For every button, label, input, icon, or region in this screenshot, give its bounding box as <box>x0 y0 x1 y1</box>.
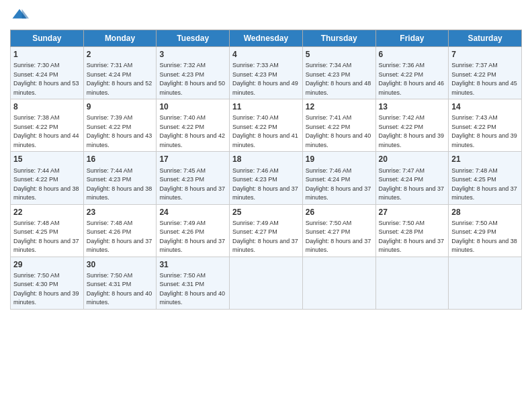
calendar-cell: 8Sunrise: 7:38 AMSunset: 4:22 PMDaylight… <box>11 99 84 152</box>
day-number: 15 <box>13 154 81 165</box>
day-number: 23 <box>87 207 154 218</box>
calendar-header-thursday: Thursday <box>302 30 375 47</box>
day-number: 31 <box>159 259 226 270</box>
day-number: 13 <box>379 101 446 112</box>
svg-marker-2 <box>22 9 30 19</box>
logo <box>10 7 32 26</box>
day-number: 12 <box>306 101 373 112</box>
day-number: 6 <box>379 49 446 60</box>
calendar-week-row: 22Sunrise: 7:48 AMSunset: 4:25 PMDayligh… <box>11 204 522 257</box>
day-detail: Sunrise: 7:36 AMSunset: 4:22 PMDaylight:… <box>379 62 445 96</box>
day-number: 18 <box>232 154 300 165</box>
calendar-cell: 19Sunrise: 7:46 AMSunset: 4:24 PMDayligh… <box>302 152 375 204</box>
day-number: 22 <box>13 207 81 218</box>
calendar-cell: 15Sunrise: 7:44 AMSunset: 4:22 PMDayligh… <box>11 152 84 204</box>
calendar-cell <box>449 257 522 309</box>
day-detail: Sunrise: 7:48 AMSunset: 4:25 PMDaylight:… <box>13 220 79 254</box>
day-detail: Sunrise: 7:46 AMSunset: 4:23 PMDaylight:… <box>232 167 298 201</box>
calendar-week-row: 29Sunrise: 7:50 AMSunset: 4:30 PMDayligh… <box>11 257 522 309</box>
calendar-cell: 25Sunrise: 7:49 AMSunset: 4:27 PMDayligh… <box>230 204 303 257</box>
day-number: 8 <box>13 101 81 112</box>
day-detail: Sunrise: 7:49 AMSunset: 4:26 PMDaylight:… <box>159 220 225 254</box>
calendar-cell: 29Sunrise: 7:50 AMSunset: 4:30 PMDayligh… <box>11 257 84 309</box>
calendar-cell: 4Sunrise: 7:33 AMSunset: 4:23 PMDaylight… <box>230 47 303 99</box>
day-number: 28 <box>451 207 519 218</box>
calendar-header-row: SundayMondayTuesdayWednesdayThursdayFrid… <box>11 30 522 47</box>
calendar-cell: 7Sunrise: 7:37 AMSunset: 4:22 PMDaylight… <box>449 47 522 99</box>
calendar-cell: 6Sunrise: 7:36 AMSunset: 4:22 PMDaylight… <box>375 47 449 99</box>
calendar-table: SundayMondayTuesdayWednesdayThursdayFrid… <box>10 30 522 310</box>
calendar-cell: 13Sunrise: 7:42 AMSunset: 4:22 PMDayligh… <box>375 99 449 152</box>
day-number: 9 <box>87 101 154 112</box>
calendar-cell: 23Sunrise: 7:48 AMSunset: 4:26 PMDayligh… <box>83 204 157 257</box>
day-detail: Sunrise: 7:31 AMSunset: 4:24 PMDaylight:… <box>87 62 152 96</box>
day-number: 21 <box>451 154 519 165</box>
day-number: 26 <box>306 207 373 218</box>
day-detail: Sunrise: 7:39 AMSunset: 4:22 PMDaylight:… <box>87 114 152 148</box>
day-detail: Sunrise: 7:45 AMSunset: 4:23 PMDaylight:… <box>159 167 225 201</box>
calendar-header-friday: Friday <box>375 30 449 47</box>
day-detail: Sunrise: 7:43 AMSunset: 4:22 PMDaylight:… <box>451 114 517 148</box>
day-number: 30 <box>87 259 154 270</box>
calendar-cell: 17Sunrise: 7:45 AMSunset: 4:23 PMDayligh… <box>157 152 230 204</box>
day-number: 10 <box>159 101 226 112</box>
day-number: 27 <box>379 207 446 218</box>
calendar-cell: 27Sunrise: 7:50 AMSunset: 4:28 PMDayligh… <box>375 204 449 257</box>
calendar-cell: 18Sunrise: 7:46 AMSunset: 4:23 PMDayligh… <box>230 152 303 204</box>
calendar-cell: 28Sunrise: 7:50 AMSunset: 4:29 PMDayligh… <box>449 204 522 257</box>
day-detail: Sunrise: 7:50 AMSunset: 4:30 PMDaylight:… <box>13 272 79 306</box>
day-detail: Sunrise: 7:32 AMSunset: 4:23 PMDaylight:… <box>159 62 225 96</box>
day-number: 7 <box>451 49 519 60</box>
day-detail: Sunrise: 7:42 AMSunset: 4:22 PMDaylight:… <box>379 114 445 148</box>
calendar-header-monday: Monday <box>83 30 157 47</box>
day-number: 24 <box>159 207 226 218</box>
day-detail: Sunrise: 7:40 AMSunset: 4:22 PMDaylight:… <box>159 114 225 148</box>
calendar-cell <box>302 257 375 309</box>
day-detail: Sunrise: 7:30 AMSunset: 4:24 PMDaylight:… <box>13 62 79 96</box>
calendar-cell: 9Sunrise: 7:39 AMSunset: 4:22 PMDaylight… <box>83 99 157 152</box>
day-detail: Sunrise: 7:47 AMSunset: 4:24 PMDaylight:… <box>379 167 445 201</box>
day-detail: Sunrise: 7:50 AMSunset: 4:27 PMDaylight:… <box>306 220 371 254</box>
calendar-cell: 22Sunrise: 7:48 AMSunset: 4:25 PMDayligh… <box>11 204 84 257</box>
calendar-header-sunday: Sunday <box>11 30 84 47</box>
day-detail: Sunrise: 7:50 AMSunset: 4:31 PMDaylight:… <box>159 272 225 306</box>
calendar-week-row: 1Sunrise: 7:30 AMSunset: 4:24 PMDaylight… <box>11 47 522 99</box>
day-number: 17 <box>159 154 226 165</box>
logo-icon <box>10 7 29 26</box>
day-number: 4 <box>232 49 300 60</box>
day-number: 14 <box>451 101 519 112</box>
calendar-cell: 2Sunrise: 7:31 AMSunset: 4:24 PMDaylight… <box>83 47 157 99</box>
day-detail: Sunrise: 7:37 AMSunset: 4:22 PMDaylight:… <box>451 62 517 96</box>
day-number: 16 <box>87 154 154 165</box>
day-number: 2 <box>87 49 154 60</box>
day-detail: Sunrise: 7:34 AMSunset: 4:23 PMDaylight:… <box>306 62 371 96</box>
day-detail: Sunrise: 7:50 AMSunset: 4:31 PMDaylight:… <box>87 272 152 306</box>
calendar-header-saturday: Saturday <box>449 30 522 47</box>
day-number: 11 <box>232 101 300 112</box>
day-number: 29 <box>13 259 81 270</box>
day-detail: Sunrise: 7:50 AMSunset: 4:29 PMDaylight:… <box>451 220 517 254</box>
day-detail: Sunrise: 7:49 AMSunset: 4:27 PMDaylight:… <box>232 220 298 254</box>
day-number: 3 <box>159 49 226 60</box>
calendar-cell: 24Sunrise: 7:49 AMSunset: 4:26 PMDayligh… <box>157 204 230 257</box>
calendar-cell: 5Sunrise: 7:34 AMSunset: 4:23 PMDaylight… <box>302 47 375 99</box>
calendar-header-tuesday: Tuesday <box>157 30 230 47</box>
calendar-cell: 26Sunrise: 7:50 AMSunset: 4:27 PMDayligh… <box>302 204 375 257</box>
calendar-cell: 16Sunrise: 7:44 AMSunset: 4:23 PMDayligh… <box>83 152 157 204</box>
day-detail: Sunrise: 7:48 AMSunset: 4:26 PMDaylight:… <box>87 220 152 254</box>
calendar-cell: 14Sunrise: 7:43 AMSunset: 4:22 PMDayligh… <box>449 99 522 152</box>
calendar-week-row: 15Sunrise: 7:44 AMSunset: 4:22 PMDayligh… <box>11 152 522 204</box>
day-detail: Sunrise: 7:44 AMSunset: 4:22 PMDaylight:… <box>13 167 79 201</box>
calendar-cell: 1Sunrise: 7:30 AMSunset: 4:24 PMDaylight… <box>11 47 84 99</box>
day-detail: Sunrise: 7:44 AMSunset: 4:23 PMDaylight:… <box>87 167 152 201</box>
day-detail: Sunrise: 7:46 AMSunset: 4:24 PMDaylight:… <box>306 167 371 201</box>
day-detail: Sunrise: 7:41 AMSunset: 4:22 PMDaylight:… <box>306 114 371 148</box>
calendar-cell: 10Sunrise: 7:40 AMSunset: 4:22 PMDayligh… <box>157 99 230 152</box>
day-number: 5 <box>306 49 373 60</box>
calendar-cell: 21Sunrise: 7:48 AMSunset: 4:25 PMDayligh… <box>449 152 522 204</box>
calendar-week-row: 8Sunrise: 7:38 AMSunset: 4:22 PMDaylight… <box>11 99 522 152</box>
day-number: 19 <box>306 154 373 165</box>
day-detail: Sunrise: 7:50 AMSunset: 4:28 PMDaylight:… <box>379 220 445 254</box>
day-detail: Sunrise: 7:48 AMSunset: 4:25 PMDaylight:… <box>451 167 517 201</box>
day-detail: Sunrise: 7:40 AMSunset: 4:22 PMDaylight:… <box>232 114 298 148</box>
